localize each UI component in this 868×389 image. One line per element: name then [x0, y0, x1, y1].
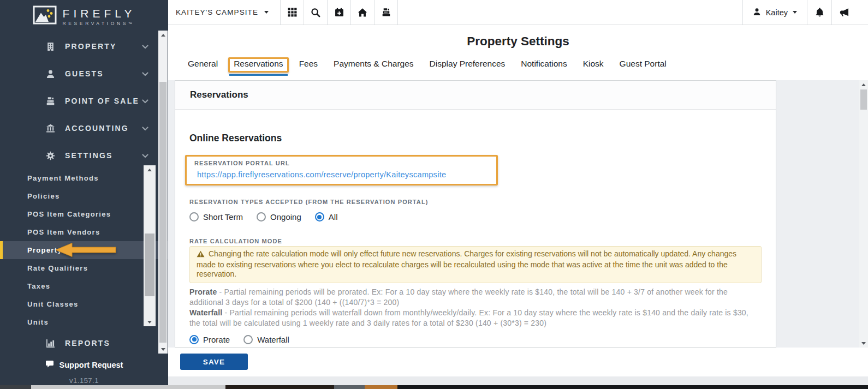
- apps-grid-icon: [288, 8, 297, 17]
- scrollbar-thumb[interactable]: [860, 89, 867, 110]
- scroll-up-button[interactable]: [158, 31, 168, 39]
- radio-label: All: [329, 212, 338, 222]
- radio-waterfall[interactable]: [243, 335, 253, 344]
- radio-option-all[interactable]: All: [315, 212, 338, 222]
- sidebar-item-label: PROPERTY: [65, 42, 117, 51]
- radio-option-waterfall[interactable]: Waterfall: [243, 335, 289, 344]
- scroll-down-button[interactable]: [158, 345, 168, 354]
- firefly-logo: FIREFLY RESERVATIONS™: [0, 0, 168, 33]
- radio-label: Prorate: [203, 335, 230, 344]
- radio-option-prorate[interactable]: Prorate: [189, 335, 230, 344]
- tab-kiosk[interactable]: Kiosk: [583, 58, 604, 69]
- scroll-up-button[interactable]: [144, 165, 156, 174]
- tab-reservations[interactable]: Reservations: [234, 58, 283, 69]
- warning-icon: [197, 250, 205, 260]
- sidebar-subitem-rate-qualifiers[interactable]: Rate Qualifiers: [0, 259, 168, 277]
- radio-option-short-term[interactable]: Short Term: [189, 212, 243, 222]
- annotation-box-reservations-tab: [228, 57, 288, 73]
- scrollbar-thumb[interactable]: [159, 82, 167, 343]
- megaphone-icon: [839, 8, 849, 17]
- tab-general[interactable]: General: [188, 58, 218, 69]
- support-request-button[interactable]: Support Request: [0, 357, 168, 373]
- taskbar-segment: [334, 385, 365, 389]
- sidebar-subitem-taxes[interactable]: Taxes: [0, 277, 168, 295]
- sidebar-item-point-of-sale[interactable]: POINT OF SALE: [0, 87, 168, 115]
- scroll-down-button[interactable]: [859, 339, 868, 348]
- tab-fees[interactable]: Fees: [299, 58, 318, 69]
- chevron-down-icon: [142, 124, 148, 133]
- radio-short-term[interactable]: [189, 212, 199, 222]
- taskbar-segment: [31, 385, 225, 389]
- chat-bubble-icon: [45, 360, 54, 370]
- sidebar-subitem-units[interactable]: Units: [0, 313, 168, 331]
- caret-down-icon: [264, 11, 269, 14]
- triangle-down-icon: [161, 348, 165, 351]
- sidebar-subitem-policies[interactable]: Policies: [0, 187, 168, 205]
- app-version: v1.157.1: [0, 376, 168, 385]
- radio-label: Waterfall: [257, 335, 289, 344]
- user-menu[interactable]: Kaitey: [742, 0, 807, 25]
- sidebar-subitem-payment-methods[interactable]: Payment Methods: [0, 169, 168, 187]
- sidebar-item-reports[interactable]: REPORTS: [0, 331, 168, 355]
- cash-register-icon: [382, 8, 391, 17]
- logo-text: FIREFLY RESERVATIONS™: [63, 8, 136, 26]
- sidebar-subitem-unit-classes[interactable]: Unit Classes: [0, 295, 168, 313]
- save-button[interactable]: SAVE: [180, 354, 248, 370]
- sidebar-item-settings[interactable]: SETTINGS: [0, 142, 168, 169]
- top-bar-right: Kaitey: [742, 0, 868, 25]
- taskbar-segment: [397, 385, 868, 389]
- tab-payments-charges[interactable]: Payments & Charges: [334, 58, 413, 69]
- chevron-down-icon: [142, 151, 148, 160]
- sidebar-item-label: POINT OF SALE: [65, 97, 139, 105]
- bell-icon: [815, 8, 824, 17]
- apps-grid-button[interactable]: [281, 0, 304, 25]
- home-button[interactable]: [351, 0, 374, 25]
- sidebar-item-property[interactable]: PROPERTY: [0, 33, 168, 60]
- triangle-up-icon: [861, 83, 866, 86]
- radio-label: Short Term: [203, 212, 243, 222]
- card-header: Reservations: [175, 81, 776, 110]
- annotation-arrow-property: [55, 242, 117, 258]
- radio-option-ongoing[interactable]: Ongoing: [257, 212, 301, 222]
- submenu-scrollbar[interactable]: [144, 165, 156, 326]
- point-of-sale-button[interactable]: [374, 0, 398, 25]
- property-selector-label: KAITEY'S CAMPSITE: [176, 8, 258, 16]
- sidebar-scrollbar[interactable]: [158, 31, 168, 354]
- tab-notifications[interactable]: Notifications: [521, 58, 567, 69]
- radio-ongoing[interactable]: [257, 212, 266, 222]
- tab-display-preferences[interactable]: Display Preferences: [430, 58, 506, 69]
- sidebar-subitem-property[interactable]: Property: [0, 241, 168, 259]
- rate-calculation-mode-label: RATE CALCULATION MODE: [189, 238, 762, 244]
- search-icon: [311, 8, 320, 17]
- portal-url-label: RESERVATION PORTAL URL: [194, 160, 496, 166]
- portal-url-link[interactable]: https://app.fireflyreservations.com/rese…: [194, 170, 446, 179]
- calendar-add-button[interactable]: [328, 0, 351, 25]
- search-button[interactable]: [304, 0, 328, 25]
- scroll-down-button[interactable]: [144, 318, 156, 326]
- sidebar-item-accounting[interactable]: ACCOUNTING: [0, 115, 168, 142]
- chevron-down-icon: [142, 69, 148, 78]
- sidebar-subitem-pos-item-categories[interactable]: POS Item Categories: [0, 205, 168, 223]
- settings-tabs: General Reservations Fees Payments & Cha…: [188, 58, 667, 69]
- scrollbar-thumb[interactable]: [145, 234, 154, 296]
- rate-mode-radio-group: Prorate Waterfall: [189, 335, 762, 344]
- active-tab-underline: [229, 74, 287, 76]
- sidebar-subitem-label: Rate Qualifiers: [27, 264, 88, 272]
- announcements-button[interactable]: [831, 0, 856, 25]
- notifications-button[interactable]: [807, 0, 831, 25]
- tab-guest-portal[interactable]: Guest Portal: [620, 58, 667, 69]
- radio-all[interactable]: [315, 212, 324, 222]
- chevron-down-icon: [142, 97, 148, 105]
- bar-chart-icon: [46, 338, 56, 348]
- property-selector[interactable]: KAITEY'S CAMPSITE: [168, 0, 281, 25]
- sidebar-subitem-label: Units: [27, 318, 49, 326]
- main-content-scrollbar[interactable]: [859, 80, 868, 348]
- prorate-term: Prorate: [189, 288, 217, 296]
- active-item-indicator: [0, 241, 3, 259]
- sidebar-item-guests[interactable]: GUESTS: [0, 60, 168, 87]
- card-body: Online Reservations RESERVATION PORTAL U…: [175, 133, 776, 344]
- scroll-up-button[interactable]: [859, 80, 868, 89]
- radio-prorate[interactable]: [189, 335, 199, 344]
- page-title: Property Settings: [168, 26, 868, 49]
- sidebar-subitem-pos-item-vendors[interactable]: POS Item Vendors: [0, 223, 168, 241]
